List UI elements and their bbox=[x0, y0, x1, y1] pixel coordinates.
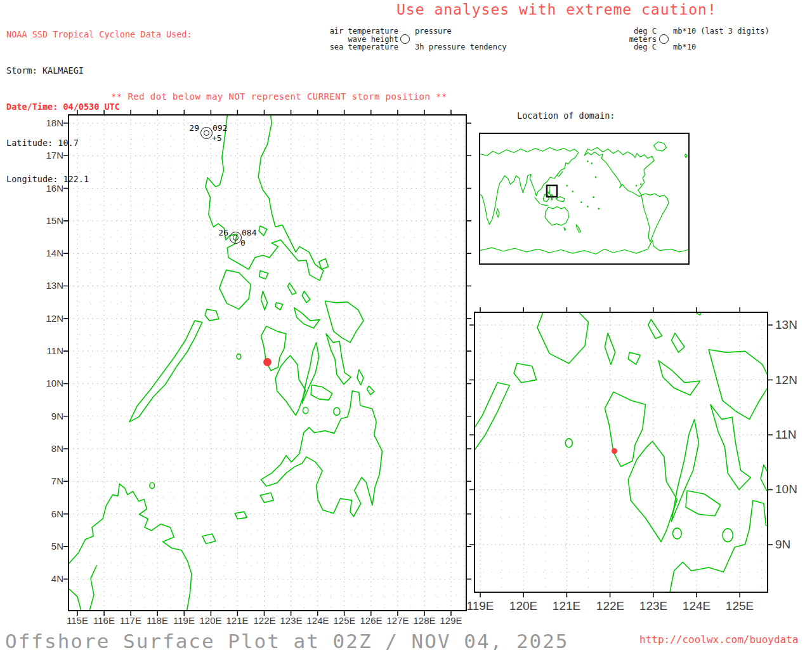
lon-label: 123E bbox=[277, 615, 306, 626]
lon-label: 121E bbox=[223, 615, 252, 626]
world-coastlines bbox=[480, 142, 688, 254]
lon-label: 129E bbox=[436, 615, 466, 626]
lat-label: 7N bbox=[37, 475, 63, 486]
lon-label: 116E bbox=[89, 615, 119, 626]
lat-label: 8N bbox=[37, 443, 63, 454]
zoom-lon-label: 123E bbox=[634, 599, 672, 613]
lon-label: 128E bbox=[410, 615, 439, 626]
zoom-lat-label: 11N bbox=[775, 428, 796, 442]
lon-label: 125E bbox=[330, 615, 359, 626]
legend-unit-degc-2: deg C bbox=[527, 43, 657, 51]
lon-label: 117E bbox=[116, 615, 145, 626]
plot-title: Offshore Surface Plot at 02Z / NOV 04, 2… bbox=[5, 630, 569, 650]
legend-var-sea-temperature: sea temperature bbox=[266, 43, 398, 51]
header-source-line: NOAA SSD Tropical Cyclone Data Used: bbox=[6, 29, 192, 41]
lon-label: 120E bbox=[196, 615, 225, 626]
lon-label: 118E bbox=[143, 615, 172, 626]
legend-unit-degc-1: deg C bbox=[527, 27, 657, 36]
lat-label: 10N bbox=[37, 378, 63, 388]
lat-label: 13N bbox=[37, 280, 63, 291]
lon-label: 115E bbox=[63, 615, 92, 626]
station-circle-icon bbox=[200, 127, 213, 139]
zoom-lat-label: 9N bbox=[775, 538, 790, 552]
storm-position-dot bbox=[263, 358, 272, 366]
station-circle-icon-units bbox=[659, 34, 669, 44]
offshore-surface-plot-page: NOAA SSD Tropical Cyclone Data Used: Sto… bbox=[0, 0, 812, 650]
lon-label: 124E bbox=[303, 615, 332, 626]
lat-label: 11N bbox=[37, 345, 63, 356]
station-tendency: 0 bbox=[240, 238, 246, 248]
lon-label: 122E bbox=[250, 615, 279, 626]
lat-label: 15N bbox=[37, 215, 63, 226]
lat-label: 5N bbox=[37, 541, 63, 552]
legend-unit-mb10-digits: mb*10 (last 3 digits) bbox=[673, 27, 769, 36]
zoom-map bbox=[468, 306, 774, 605]
zoom-lon-label: 122E bbox=[591, 599, 629, 613]
zoom-lon-label: 124E bbox=[678, 599, 716, 613]
lat-label: 4N bbox=[37, 573, 63, 584]
zoom-lon-label: 121E bbox=[547, 599, 586, 613]
station-pressure: 092 bbox=[213, 123, 227, 133]
source-url-link[interactable]: http://coolwx.com/buoydata bbox=[639, 633, 798, 646]
zoom-lon-label: 125E bbox=[721, 599, 759, 613]
red-dot-warning: ** Red dot below may NOT represent CURRE… bbox=[111, 91, 447, 102]
zoom-lat-label: 12N bbox=[775, 373, 797, 387]
station-tendency: +5 bbox=[212, 133, 222, 143]
domain-map-title: Location of domain: bbox=[517, 110, 615, 121]
lat-label: 17N bbox=[37, 150, 63, 161]
world-domain-map bbox=[479, 133, 690, 265]
caution-banner: Use analyses with extreme caution! bbox=[396, 1, 717, 18]
lat-label: 9N bbox=[37, 411, 63, 421]
station-circle-icon bbox=[400, 34, 410, 44]
zoom-map-major-grid bbox=[475, 312, 768, 592]
zoom-lat-label: 13N bbox=[775, 318, 797, 332]
station-pressure: 084 bbox=[242, 228, 256, 237]
lat-label: 12N bbox=[37, 313, 63, 324]
storm-position-dot-zoom bbox=[612, 448, 617, 454]
zoom-map-ticks bbox=[469, 307, 773, 597]
legend-var-pressure-tendency: 3h pressure tendency bbox=[415, 43, 507, 51]
lon-label: 127E bbox=[383, 615, 412, 626]
zoom-lat-label: 10N bbox=[775, 482, 797, 496]
station-air-temp: 26 bbox=[206, 228, 228, 237]
zoom-map-frame bbox=[475, 312, 768, 592]
legend-var-air-temperature: air temperature bbox=[266, 27, 398, 36]
zoom-lon-label: 120E bbox=[504, 599, 542, 613]
header-storm-name: Storm: KALMAEGI bbox=[6, 65, 192, 77]
lat-label: 16N bbox=[37, 183, 63, 194]
zoom-lon-label: 119E bbox=[461, 599, 499, 613]
lon-label: 119E bbox=[169, 615, 199, 626]
lon-label: 126E bbox=[357, 615, 386, 626]
station-air-temp: 29 bbox=[176, 123, 199, 133]
main-map-coastlines bbox=[69, 115, 382, 611]
legend-var-pressure: pressure bbox=[415, 27, 452, 36]
zoom-map-minor-grid bbox=[475, 312, 768, 592]
lat-label: 14N bbox=[37, 248, 63, 258]
lat-label: 18N bbox=[37, 117, 63, 128]
legend-unit-mb10: mb*10 bbox=[673, 43, 696, 51]
lat-label: 6N bbox=[37, 508, 63, 519]
zoom-map-coastlines bbox=[468, 306, 774, 605]
